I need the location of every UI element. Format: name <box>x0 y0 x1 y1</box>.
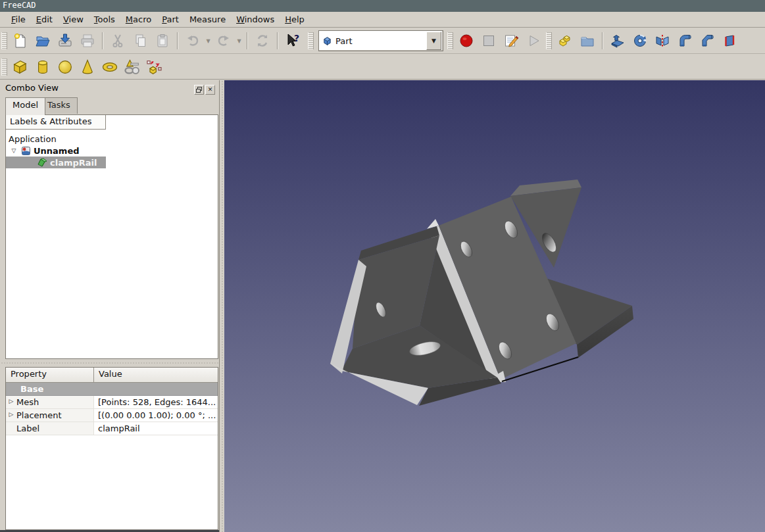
refresh-icon <box>255 33 270 49</box>
property-group-base[interactable]: Base <box>6 383 218 396</box>
refresh-button <box>251 30 274 51</box>
toolbar-handle[interactable] <box>308 32 314 49</box>
menu-part[interactable]: Part <box>157 13 184 26</box>
vertical-splitter[interactable] <box>219 80 224 532</box>
menu-windows[interactable]: Windows <box>231 13 280 26</box>
new-document-button[interactable] <box>9 30 32 51</box>
3d-scene[interactable] <box>224 80 765 532</box>
edit-macro-button[interactable] <box>500 30 522 51</box>
copy-icon <box>132 33 148 49</box>
svg-text:?: ? <box>294 33 299 43</box>
menu-measure[interactable]: Measure <box>184 13 231 26</box>
title-bar[interactable]: FreeCAD <box>0 0 765 12</box>
redo-dropdown: ▼ <box>235 30 243 51</box>
menu-file[interactable]: File <box>6 13 31 26</box>
play-macro-button <box>522 30 545 51</box>
part-shapes-icon <box>557 33 573 49</box>
part-folder-icon <box>580 33 595 49</box>
menu-macro[interactable]: Macro <box>120 13 157 26</box>
panel-close-button[interactable]: ✕ <box>205 85 215 95</box>
print-icon <box>80 33 95 49</box>
cone-button[interactable] <box>76 57 99 78</box>
box-button[interactable] <box>9 57 32 78</box>
toolbar-separator <box>277 32 278 49</box>
extrude-icon <box>610 33 626 49</box>
restore-icon <box>196 87 202 93</box>
menu-view[interactable]: View <box>58 13 89 26</box>
toolbar-handle[interactable] <box>447 32 453 49</box>
copy-button <box>129 30 151 51</box>
cone-icon <box>78 58 97 76</box>
torus-button[interactable] <box>99 57 121 78</box>
toolbar-primitives <box>0 55 765 80</box>
3d-viewport[interactable] <box>224 80 765 532</box>
stop-macro-icon <box>481 33 497 49</box>
expand-icon[interactable]: ▷ <box>6 397 16 408</box>
property-row-label[interactable]: Label clampRail <box>6 422 218 435</box>
record-macro-icon <box>458 33 474 49</box>
collapse-icon[interactable]: ▽ <box>9 147 18 154</box>
open-folder-icon <box>35 33 51 49</box>
tab-model[interactable]: Model <box>5 97 45 115</box>
tree-column-header[interactable]: Labels & Attributes <box>6 115 106 130</box>
column-property[interactable]: Property <box>6 368 94 382</box>
toolbar-handle[interactable] <box>546 32 552 49</box>
fillet-button[interactable] <box>674 30 696 51</box>
mirror-button[interactable] <box>651 30 674 51</box>
workbench-dropdown-button[interactable]: ▼ <box>426 32 441 50</box>
ruled-surface-button[interactable] <box>718 30 741 51</box>
chamfer-button[interactable] <box>696 30 718 51</box>
stop-macro-button <box>478 30 500 51</box>
shape-builder-button[interactable] <box>143 57 166 78</box>
toolbar-separator <box>177 32 178 49</box>
tree-item-clamprail[interactable]: clampRail <box>6 157 106 168</box>
create-primitives-button[interactable] <box>121 57 143 78</box>
redo-icon <box>216 33 232 49</box>
new-document-icon <box>12 33 28 49</box>
toolbar-separator <box>102 32 103 49</box>
workbench-selected-label: Part <box>335 36 353 46</box>
record-macro-button[interactable] <box>455 30 478 51</box>
part-workbench-icon <box>322 36 332 46</box>
mesh-icon <box>37 158 47 168</box>
tree-item-document[interactable]: ▽ Unnamed <box>9 145 80 157</box>
expand-icon[interactable]: ▷ <box>6 410 16 422</box>
toolbar-file: ▼ ▼ ? Part ▼ <box>0 28 765 54</box>
horizontal-splitter[interactable] <box>0 359 219 367</box>
panel-float-button[interactable] <box>194 85 204 95</box>
chamfer-icon <box>699 33 715 49</box>
toolbar-handle[interactable] <box>1 59 7 76</box>
cylinder-button[interactable] <box>32 57 54 78</box>
model-tree: Labels & Attributes Application ▽ Unname… <box>5 114 218 359</box>
cut-icon <box>110 33 126 49</box>
property-row-placement[interactable]: ▷ Placement [(0.00 0.00 1.00); 0.00 °; .… <box>6 409 218 422</box>
open-button[interactable] <box>32 30 54 51</box>
toolbar-separator <box>247 32 248 49</box>
edit-macro-icon <box>503 33 519 49</box>
part-shapes-button[interactable] <box>554 30 576 51</box>
toolbar-handle[interactable] <box>1 32 7 49</box>
sphere-button[interactable] <box>54 57 76 78</box>
box-icon <box>11 58 30 76</box>
workbench-selector[interactable]: Part ▼ <box>318 30 443 51</box>
menu-edit[interactable]: Edit <box>31 13 58 26</box>
undo-button <box>182 30 204 51</box>
revolve-button[interactable] <box>629 30 651 51</box>
extrude-button[interactable] <box>606 30 629 51</box>
tree-root-application[interactable]: Application <box>9 133 57 145</box>
item-label: clampRail <box>50 158 97 168</box>
menu-tools[interactable]: Tools <box>89 13 120 26</box>
create-primitives-icon <box>123 58 141 76</box>
property-row-mesh[interactable]: ▷ Mesh [Points: 528, Edges: 1644... <box>6 396 218 409</box>
whats-this-button[interactable]: ? <box>282 30 304 51</box>
play-macro-icon <box>526 33 541 49</box>
save-button[interactable] <box>54 30 76 51</box>
menu-help[interactable]: Help <box>280 13 310 26</box>
tab-tasks[interactable]: Tasks <box>40 97 78 114</box>
column-value[interactable]: Value <box>94 368 122 382</box>
property-table-header: Property Value <box>6 368 218 383</box>
combo-view-title: Combo View <box>5 83 59 93</box>
torus-icon <box>101 58 119 76</box>
revolve-icon <box>632 33 648 49</box>
cut-button <box>107 30 129 51</box>
